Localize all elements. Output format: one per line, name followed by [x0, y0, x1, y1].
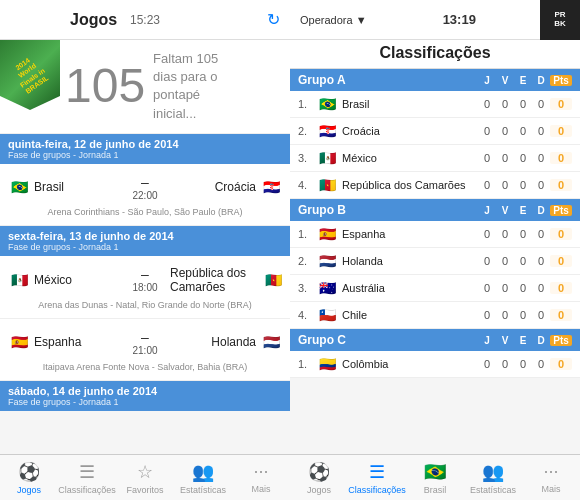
teamname-spain: Espanha	[342, 228, 385, 240]
group-b-header: Grupo B J V E D Pts	[290, 199, 580, 221]
day-subtitle-2: Fase de grupos - Jornada 1	[8, 242, 282, 252]
nav-favoritos-label: Favoritos	[126, 485, 163, 495]
r-nav-classificacoes[interactable]: ☰ Classificações	[348, 455, 406, 500]
rank-team-cameroon: 4. 🇨🇲 República dos Camarões	[298, 177, 478, 193]
nav-classificacoes[interactable]: ☰ Classificações	[58, 455, 116, 500]
team-croatia-name: Croácia	[215, 180, 256, 194]
class-row-holanda[interactable]: 2. 🇳🇱 Holanda 0 0 0 0 0	[290, 248, 580, 275]
classifications-scroll: Grupo A J V E D Pts 1. 🇧🇷 Brasil 0 0 0 0…	[290, 69, 580, 454]
nav-estatisticas-icon: 👥	[192, 461, 214, 483]
r-nav-jogos-label: Jogos	[307, 485, 331, 495]
flag-cameroon: 🇨🇲	[265, 272, 282, 288]
class-row-mexico[interactable]: 3. 🇲🇽 México 0 0 0 0 0	[290, 145, 580, 172]
team-croatia: Croácia 🇭🇷	[170, 179, 282, 195]
class-row-colombia[interactable]: 1. 🇨🇴 Colômbia 0 0 0 0 0	[290, 351, 580, 378]
nav-estatisticas[interactable]: 👥 Estatísticas	[174, 455, 232, 500]
nav-jogos[interactable]: ⚽ Jogos	[0, 455, 58, 500]
class-row-australia[interactable]: 3. 🇦🇺 Austrália 0 0 0 0 0	[290, 275, 580, 302]
right-title-bar: Classificações	[290, 40, 580, 69]
flag-spain: 🇪🇸	[8, 334, 30, 350]
r-nav-estatisticas[interactable]: 👥 Estatísticas	[464, 455, 522, 500]
match-venue-1: Arena Corinthians - São Paulo, São Paulo…	[8, 205, 282, 219]
nav-favoritos-icon: ☆	[137, 461, 153, 483]
flag-croatia: 🇭🇷	[260, 179, 282, 195]
day-title-1: quinta-feira, 12 de junho de 2014	[8, 138, 282, 150]
r-nav-jogos-icon: ⚽	[308, 461, 330, 483]
team-cameroon-name: República dos Camarões	[170, 266, 261, 294]
nav-estatisticas-label: Estatísticas	[180, 485, 226, 495]
day-subtitle-1: Fase de grupos - Jornada 1	[8, 150, 282, 160]
group-c-cols: J V E D Pts	[478, 335, 572, 346]
match-teams-3: 🇪🇸 Espanha – 21:00 Holanda 🇳🇱	[8, 325, 282, 360]
left-panel: 2014WorldFinals inBRASIL 15:23 Jogos ↻ 1…	[0, 0, 290, 500]
left-time: 15:23	[130, 13, 160, 27]
match-row[interactable]: 🇧🇷 Brasil – 22:00 Croácia 🇭🇷 Arena Corin…	[0, 164, 290, 226]
rank-croatia: 2.	[298, 125, 312, 137]
carrier: Operadora ▼	[300, 14, 367, 26]
flag-class-spain: 🇪🇸	[316, 226, 338, 242]
class-row-brasil[interactable]: 1. 🇧🇷 Brasil 0 0 0 0 0	[290, 91, 580, 118]
team-netherlands-name: Holanda	[211, 335, 256, 349]
right-page-title: Classificações	[298, 44, 572, 62]
stat-d-brasil: 0	[532, 98, 550, 110]
r-nav-mais[interactable]: ··· Mais	[522, 455, 580, 500]
match-row-2[interactable]: 🇲🇽 México – 18:00 República dos Camarões…	[0, 256, 290, 319]
r-nav-brasil-icon: 🇧🇷	[424, 461, 446, 483]
team-mexico-name: México	[34, 273, 72, 287]
stat-v-brasil: 0	[496, 98, 514, 110]
rank-team-mexico: 3. 🇲🇽 México	[298, 150, 478, 166]
r-nav-mais-icon: ···	[543, 461, 558, 482]
group-b-name: Grupo B	[298, 203, 478, 217]
group-c-name: Grupo C	[298, 333, 478, 347]
refresh-icon[interactable]: ↻	[267, 10, 280, 29]
r-nav-jogos[interactable]: ⚽ Jogos	[290, 455, 348, 500]
team-brasil: 🇧🇷 Brasil	[8, 179, 120, 195]
group-b-cols: J V E D Pts	[478, 205, 572, 216]
left-title: Jogos	[70, 11, 117, 29]
match-dash-1: –	[141, 174, 149, 190]
stats-mexico: 0 0 0 0 0	[478, 152, 572, 164]
class-row-cameroon[interactable]: 4. 🇨🇲 República dos Camarões 0 0 0 0 0	[290, 172, 580, 199]
r-nav-brasil-label: Brasil	[424, 485, 447, 495]
flag-netherlands: 🇳🇱	[260, 334, 282, 350]
stats-croatia: 0 0 0 0 0	[478, 125, 572, 137]
match-dash-3: –	[141, 329, 149, 345]
right-time: 13:19	[443, 12, 476, 27]
teamname-chile: Chile	[342, 309, 367, 321]
match-center-1: – 22:00	[120, 174, 170, 201]
team-netherlands: Holanda 🇳🇱	[170, 334, 282, 350]
right-panel: PR BK Operadora ▼ 13:19 ▮▮▮ Classificaçõ…	[290, 0, 580, 500]
r-nav-brasil[interactable]: 🇧🇷 Brasil	[406, 455, 464, 500]
col-j-a: J	[478, 75, 496, 86]
class-row-croatia[interactable]: 2. 🇭🇷 Croácia 0 0 0 0 0	[290, 118, 580, 145]
match-time-2: 18:00	[132, 282, 157, 293]
flag-class-brasil: 🇧🇷	[316, 96, 338, 112]
nav-jogos-icon: ⚽	[18, 461, 40, 483]
countdown-line1: Faltam 105	[153, 50, 218, 68]
right-status-bar: Operadora ▼ 13:19 ▮▮▮	[290, 0, 580, 40]
right-bottom-nav: ⚽ Jogos ☰ Classificações 🇧🇷 Brasil 👥 Est…	[290, 454, 580, 500]
match-list: quinta-feira, 12 de junho de 2014 Fase d…	[0, 134, 290, 454]
day-title-3: sábado, 14 de junho de 2014	[8, 385, 282, 397]
match-row-3[interactable]: 🇪🇸 Espanha – 21:00 Holanda 🇳🇱 Itaipava A…	[0, 319, 290, 381]
left-bottom-nav: ⚽ Jogos ☰ Classificações ☆ Favoritos 👥 E…	[0, 454, 290, 500]
countdown-line4: inicial...	[153, 105, 218, 123]
class-row-chile[interactable]: 4. 🇨🇱 Chile 0 0 0 0 0	[290, 302, 580, 329]
rank-team-brasil: 1. 🇧🇷 Brasil	[298, 96, 478, 112]
nav-favoritos[interactable]: ☆ Favoritos	[116, 455, 174, 500]
rank-team-croatia: 2. 🇭🇷 Croácia	[298, 123, 478, 139]
day-header-1: quinta-feira, 12 de junho de 2014 Fase d…	[0, 134, 290, 164]
nav-classificacoes-label: Classificações	[58, 485, 116, 495]
class-row-spain[interactable]: 1. 🇪🇸 Espanha 0 0 0 0 0	[290, 221, 580, 248]
watermark-line2: BK	[554, 20, 566, 29]
flag-class-chile: 🇨🇱	[316, 307, 338, 323]
match-time-1: 22:00	[132, 190, 157, 201]
flag-mexico: 🇲🇽	[8, 272, 30, 288]
nav-mais[interactable]: ··· Mais	[232, 455, 290, 500]
r-nav-classificacoes-icon: ☰	[369, 461, 385, 483]
flag-class-mexico: 🇲🇽	[316, 150, 338, 166]
match-teams-1: 🇧🇷 Brasil – 22:00 Croácia 🇭🇷	[8, 170, 282, 205]
r-nav-mais-label: Mais	[541, 484, 560, 494]
group-a-header: Grupo A J V E D Pts	[290, 69, 580, 91]
match-teams-2: 🇲🇽 México – 18:00 República dos Camarões…	[8, 262, 282, 298]
